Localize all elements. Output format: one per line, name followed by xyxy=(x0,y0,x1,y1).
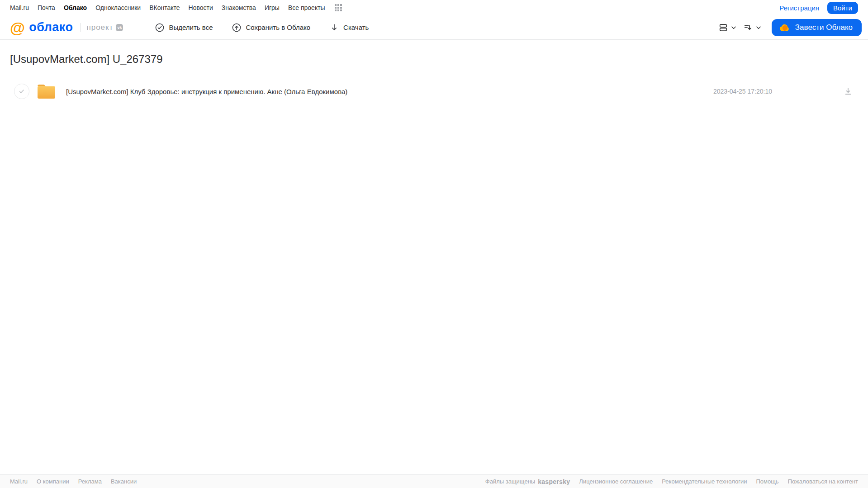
select-all-label: Выделить все xyxy=(169,24,213,31)
footer-ads-link[interactable]: Реклама xyxy=(78,478,102,485)
nav-vkontakte[interactable]: ВКонтакте xyxy=(149,4,180,11)
nav-mailru[interactable]: Mail.ru xyxy=(10,4,29,11)
footer-right-links: Файлы защищены kaspersky Лицензионное со… xyxy=(485,478,858,485)
save-to-cloud-button[interactable]: Сохранить в Облако xyxy=(232,23,310,33)
footer: Mail.ru О компании Реклама Вакансии Файл… xyxy=(0,474,868,488)
cloud-logo[interactable]: @ облако проект vk xyxy=(10,20,123,35)
toolbar-actions: Выделить все Сохранить в Облако Скачать xyxy=(155,23,369,33)
top-nav-bar: Mail.ru Почта Облако Одноклассники ВКонт… xyxy=(0,0,868,15)
top-nav-auth: Регистрация Войти xyxy=(779,2,858,14)
nav-znakomstva[interactable]: Знакомства xyxy=(222,4,256,11)
file-date: 2023-04-25 17:20:10 xyxy=(713,88,772,95)
chevron-down-icon xyxy=(730,24,737,31)
download-arrow-icon xyxy=(329,23,339,33)
list-view-icon xyxy=(718,23,728,33)
folder-icon xyxy=(36,82,56,100)
save-to-cloud-label: Сохранить в Облако xyxy=(246,24,310,31)
vk-badge-icon: vk xyxy=(116,24,123,31)
project-label: проект xyxy=(86,23,113,32)
footer-mailru-link[interactable]: Mail.ru xyxy=(10,478,28,485)
logo-text: облако xyxy=(29,20,73,34)
row-checkbox[interactable] xyxy=(14,84,29,99)
main-content: [UsupovMarket.com] U_267379 [UsupovMarke… xyxy=(0,40,868,102)
footer-jobs-link[interactable]: Вакансии xyxy=(111,478,137,485)
mailru-at-icon: @ xyxy=(10,20,25,35)
footer-license-link[interactable]: Лицензионное соглашение xyxy=(579,478,653,485)
orange-cloud-icon xyxy=(779,23,791,32)
footer-about-link[interactable]: О компании xyxy=(37,478,69,485)
view-mode-selector[interactable] xyxy=(718,23,737,33)
nav-novosti[interactable]: Новости xyxy=(189,4,213,11)
footer-help-link[interactable]: Помощь xyxy=(756,478,778,485)
nav-oblako[interactable]: Облако xyxy=(64,4,87,11)
select-all-button[interactable]: Выделить все xyxy=(155,23,213,33)
chevron-down-icon xyxy=(755,24,762,31)
page-title: [UsupovMarket.com] U_267379 xyxy=(0,52,868,66)
toolbar: @ облако проект vk Выделить все Сохранит… xyxy=(0,15,868,40)
kaspersky-logo[interactable]: kaspersky xyxy=(538,478,570,485)
nav-igry[interactable]: Игры xyxy=(265,4,280,11)
nav-odnoklassniki[interactable]: Одноклассники xyxy=(95,4,141,11)
nav-pochta[interactable]: Почта xyxy=(38,4,55,11)
nav-vse-proekty[interactable]: Все проекты xyxy=(288,4,325,11)
file-name-link[interactable]: [UsupovMarket.com] Клуб Здоровье: инстру… xyxy=(66,88,347,95)
protected-label: Файлы защищены xyxy=(485,478,535,485)
top-nav-links: Mail.ru Почта Облако Одноклассники ВКонт… xyxy=(10,4,342,11)
footer-recommendations-link[interactable]: Рекомендательные технологии xyxy=(662,478,747,485)
row-download-icon[interactable] xyxy=(844,87,853,96)
sort-icon xyxy=(743,23,753,33)
kaspersky-protected: Файлы защищены kaspersky xyxy=(485,478,570,485)
registration-link[interactable]: Регистрация xyxy=(779,4,819,12)
apps-grid-icon[interactable] xyxy=(335,4,342,11)
footer-report-link[interactable]: Пожаловаться на контент xyxy=(788,478,858,485)
footer-left-links: Mail.ru О компании Реклама Вакансии xyxy=(10,478,137,485)
project-vk-label: проект vk xyxy=(81,23,123,32)
file-row[interactable]: [UsupovMarket.com] Клуб Здоровье: инстру… xyxy=(0,81,868,102)
download-label: Скачать xyxy=(343,24,369,31)
sort-selector[interactable] xyxy=(743,23,762,33)
get-cloud-button[interactable]: Завести Облако xyxy=(772,19,862,36)
get-cloud-label: Завести Облако xyxy=(795,23,853,32)
check-circle-icon xyxy=(155,23,165,33)
toolbar-right: Завести Облако xyxy=(718,19,862,36)
download-button[interactable]: Скачать xyxy=(329,23,369,33)
login-button[interactable]: Войти xyxy=(827,2,858,14)
upload-cloud-icon xyxy=(232,23,242,33)
